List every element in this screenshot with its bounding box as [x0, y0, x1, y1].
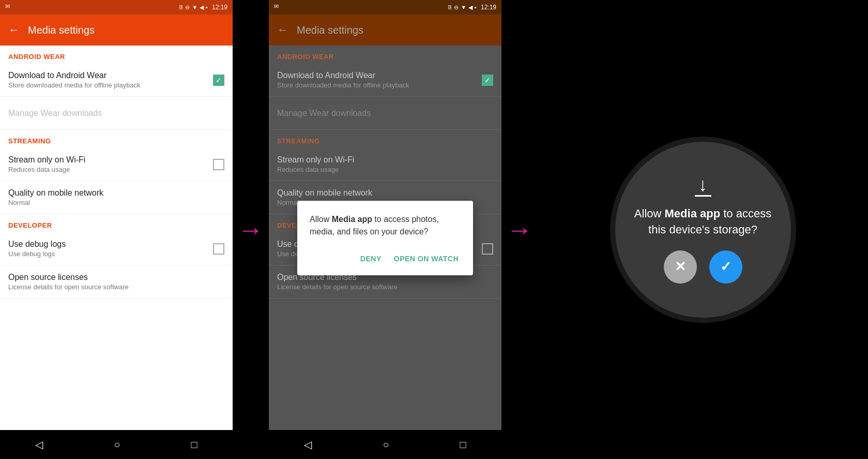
nav-home-1[interactable]: ○ — [114, 439, 120, 451]
magenta-arrow-2: → — [507, 217, 532, 243]
quality-title-1: Quality on mobile network — [8, 188, 224, 198]
arrow-1-container: → — [233, 0, 269, 459]
dialog-overlay: Allow Media app to access photos, media,… — [269, 46, 501, 430]
arrow-2-container: → — [501, 0, 538, 459]
wifi-icon: ▼ — [192, 4, 197, 10]
app-bar-2: ← Media settings — [269, 14, 501, 46]
magenta-arrow-1: → — [238, 217, 264, 243]
watch-circle: ↓ Allow Media app to access this device'… — [615, 142, 791, 318]
nav-bar-2: ◁ ○ □ — [269, 430, 501, 459]
app-bar-1: ← Media settings — [0, 14, 233, 46]
nav-bar-1: ◁ ○ □ — [0, 430, 233, 459]
deny-button[interactable]: DENY — [358, 250, 384, 267]
nav-back-1[interactable]: ◁ — [35, 438, 43, 451]
dialog-message: Allow Media app to access photos, media,… — [310, 213, 461, 238]
watch-deny-button[interactable]: ✕ — [664, 250, 697, 284]
wifi-checkbox-1[interactable] — [213, 159, 224, 170]
dnd-icon: ⊖ — [185, 4, 190, 11]
download-wear-subtitle-1: Store downloaded media for offline playb… — [8, 81, 213, 89]
app-bar-title-1: Media settings — [28, 24, 95, 36]
status-icons-2: 𝔹 ⊖ ▼ ◀ ▪ 12:19 — [448, 4, 496, 11]
nav-back-2[interactable]: ◁ — [304, 438, 312, 451]
watch-message: Allow Media app to access this device's … — [615, 206, 791, 238]
wifi-title-1: Stream only on Wi-Fi — [8, 155, 213, 165]
licenses-title-1: Open source licenses — [8, 273, 224, 282]
settings-item-debug-1[interactable]: Use debug logs Use debug logs — [0, 232, 233, 265]
back-button-2[interactable]: ← — [277, 23, 288, 37]
settings-item-text-quality-1: Quality on mobile network Normal — [8, 188, 224, 206]
deny-x-icon: ✕ — [675, 259, 686, 275]
watch-buttons: ✕ ✓ — [664, 250, 742, 284]
section-header-android-wear-1: ANDROID WEAR — [0, 46, 233, 64]
phone-screen-1: ✉ 𝔹 ⊖ ▼ ◀ ▪ 12:19 ← Media settings ANDRO… — [0, 0, 233, 459]
download-wear-checkbox-1[interactable]: ✓ — [213, 75, 224, 86]
phone-screen-2: ✉ 𝔹 ⊖ ▼ ◀ ▪ 12:19 ← Media settings ANDRO… — [269, 0, 501, 459]
mail-icon-2: ✉ — [274, 3, 279, 10]
debug-checkbox-1[interactable] — [213, 243, 224, 255]
watch-download-icon: ↓ — [695, 175, 711, 197]
permission-dialog: Allow Media app to access photos, media,… — [297, 201, 473, 275]
settings-item-text-manage-1: Manage Wear downloads — [8, 109, 224, 118]
battery-icon-2: ▪ — [475, 4, 477, 10]
settings-item-text-licenses-1: Open source licenses License details for… — [8, 273, 224, 291]
wifi-icon-2: ▼ — [461, 4, 466, 10]
status-icons-1: 𝔹 ⊖ ▼ ◀ ▪ 12:19 — [179, 4, 227, 11]
status-bar-1: ✉ 𝔹 ⊖ ▼ ◀ ▪ 12:19 — [0, 0, 233, 14]
settings-item-manage-wear-1[interactable]: Manage Wear downloads — [0, 97, 233, 130]
settings-item-licenses-1[interactable]: Open source licenses License details for… — [0, 265, 233, 299]
wifi-subtitle-1: Reduces data usage — [8, 166, 213, 173]
manage-wear-title-1: Manage Wear downloads — [8, 109, 224, 118]
settings-item-download-wear-1[interactable]: Download to Android Wear Store downloade… — [0, 64, 233, 97]
settings-item-wifi-1[interactable]: Stream only on Wi-Fi Reduces data usage — [0, 148, 233, 181]
nav-recents-2[interactable]: □ — [460, 439, 466, 451]
settings-item-quality-1[interactable]: Quality on mobile network Normal — [0, 181, 233, 214]
settings-item-text-1: Download to Android Wear Store downloade… — [8, 71, 213, 89]
download-wear-title-1: Download to Android Wear — [8, 71, 213, 80]
dnd-icon-2: ⊖ — [454, 4, 459, 11]
watch-container: ↓ Allow Media app to access this device'… — [538, 0, 868, 459]
debug-subtitle-1: Use debug logs — [8, 250, 213, 258]
settings-item-text-wifi-1: Stream only on Wi-Fi Reduces data usage — [8, 155, 213, 173]
settings-item-text-debug-1: Use debug logs Use debug logs — [8, 240, 213, 258]
nav-home-2[interactable]: ○ — [383, 439, 389, 451]
nav-recents-1[interactable]: □ — [191, 439, 197, 451]
licenses-subtitle-1: License details for open source software — [8, 283, 224, 291]
signal-icon: ◀ — [200, 4, 204, 11]
allow-check-icon: ✓ — [720, 259, 732, 275]
watch-allow-button[interactable]: ✓ — [709, 250, 742, 284]
battery-icon: ▪ — [206, 4, 208, 10]
mail-icon: ✉ — [5, 3, 10, 10]
settings-content-1: ANDROID WEAR Download to Android Wear St… — [0, 46, 233, 430]
status-time-2: 12:19 — [481, 4, 496, 11]
section-header-streaming-1: STREAMING — [0, 130, 233, 148]
section-header-developer-1: DEVELOPER — [0, 214, 233, 232]
signal-icon-2: ◀ — [468, 4, 473, 11]
open-on-watch-button[interactable]: OPEN ON WATCH — [392, 250, 461, 267]
app-bar-title-2: Media settings — [297, 24, 363, 36]
quality-subtitle-1: Normal — [8, 199, 224, 206]
status-time-1: 12:19 — [212, 4, 227, 11]
debug-title-1: Use debug logs — [8, 240, 213, 249]
bluetooth-icon: 𝔹 — [179, 4, 183, 11]
dialog-buttons: DENY OPEN ON WATCH — [310, 250, 461, 267]
bluetooth-icon-2: 𝔹 — [448, 4, 452, 11]
status-bar-2: ✉ 𝔹 ⊖ ▼ ◀ ▪ 12:19 — [269, 0, 501, 14]
download-line-icon — [695, 195, 711, 197]
download-arrow-icon: ↓ — [698, 175, 708, 194]
back-button-1[interactable]: ← — [8, 23, 20, 37]
